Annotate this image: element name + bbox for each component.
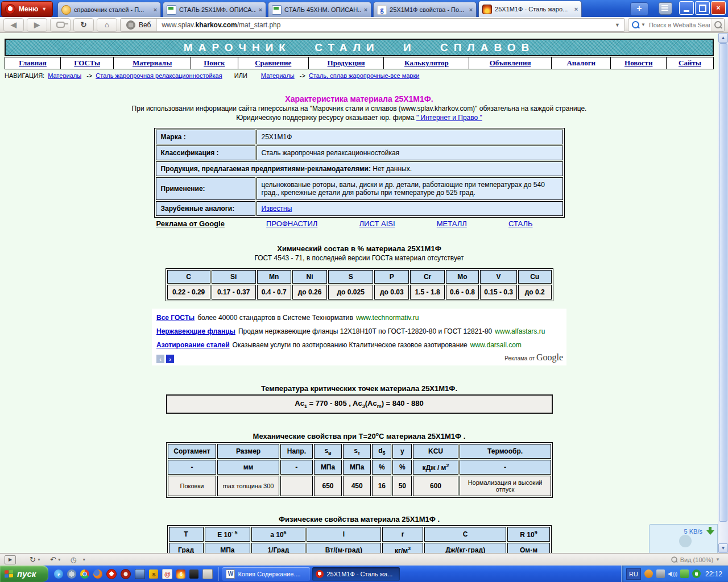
nav-item-новости[interactable]: Новости [611, 57, 667, 69]
mech-table-cell: Поковки [168, 476, 217, 496]
closed-tabs-trash-button[interactable] [659, 2, 672, 15]
search-go-button[interactable] [711, 19, 724, 31]
minimize-button[interactable] [679, 1, 694, 15]
network-icon[interactable] [656, 569, 665, 578]
breadcrumb-link-category[interactable]: Сталь жаропрочная релаксационностойкая [96, 72, 222, 79]
ad-link[interactable]: МЕТАЛЛ [437, 219, 467, 228]
volume-icon[interactable]: ))) [668, 569, 677, 578]
turbo-button[interactable]: ◷▼ [71, 556, 86, 564]
tab-close-icon[interactable]: × [364, 6, 367, 13]
nav-item-сайты[interactable]: Сайты [667, 57, 713, 69]
download-arrow-icon[interactable] [706, 527, 714, 536]
new-tab-button[interactable]: + [630, 2, 648, 16]
ad-link[interactable]: СТАЛЬ [508, 219, 533, 228]
reload-button[interactable]: ↻ [73, 18, 94, 32]
nav-item-калькулятор[interactable]: Калькулятор [384, 57, 469, 69]
tab-close-icon[interactable]: × [154, 6, 157, 13]
media-icon[interactable] [121, 569, 131, 579]
legal-link[interactable]: " Интернет и Право " [416, 114, 482, 122]
browser-tab[interactable]: справочник сталей - П...× [57, 2, 161, 17]
browser-tab[interactable]: СТАЛЬ 25Х1МФ. ОПИСА...× [163, 2, 266, 17]
unite-button[interactable]: ↶▼ [50, 555, 61, 564]
nav-item-главная[interactable]: Главная [5, 57, 61, 69]
nav-item-сравнение[interactable]: Сравнение [238, 57, 309, 69]
browser-tab[interactable]: g25Х1М1Ф свойства - По...× [373, 2, 477, 17]
ad-link[interactable]: Реклама от Google [156, 219, 225, 228]
firefox-icon[interactable] [93, 569, 102, 579]
info-table-cell[interactable]: Известны [257, 201, 563, 216]
ad-link[interactable]: ЛИСТ AISI [359, 219, 395, 228]
phys-table-cell: T [169, 527, 204, 542]
key-button[interactable] [50, 18, 71, 32]
phys-table-cell: l [307, 527, 381, 542]
nav-item-поиск[interactable]: Поиск [191, 57, 238, 69]
google-ad-link[interactable]: Азотирование сталей [156, 341, 230, 349]
browser-tab[interactable]: СТАЛЬ 45ХНМ. ОПИСАН...× [268, 2, 371, 17]
chrome-icon[interactable] [80, 569, 89, 579]
nav-item-объявления[interactable]: Объявления [469, 57, 552, 69]
nav-item-продукция[interactable]: Продукция [309, 57, 384, 69]
taskbar-button[interactable]: 25Х1М1Ф - Сталь жа... [312, 567, 400, 581]
browser-tab[interactable]: 25Х1М1Ф - Сталь жаро...× [478, 1, 582, 17]
scrollbar-thumb[interactable] [719, 43, 727, 522]
player-icon[interactable] [189, 569, 198, 579]
scroll-up-button[interactable]: ▲ [718, 33, 728, 43]
archive-icon[interactable] [202, 569, 213, 579]
search-input[interactable] [648, 21, 711, 29]
globe2-icon[interactable] [67, 569, 76, 579]
back-button[interactable]: ◀ [3, 18, 24, 32]
winamp-icon[interactable]: s [149, 569, 158, 579]
browser-viewport: МАРОЧНИК СТАЛИ И СПЛАВОВ ГлавнаяГОСТыМат… [0, 33, 728, 553]
vertical-scrollbar[interactable]: ▲ ▼ [718, 33, 728, 553]
tab-close-icon[interactable]: × [574, 6, 578, 13]
panel-toggle-button[interactable]: ▶ [5, 555, 16, 564]
home-button[interactable]: ⌂ [97, 18, 117, 32]
mechanical-properties-table: СортаментРазмерНапр.sвsтd5yKCUТермообр.-… [166, 442, 553, 498]
address-text[interactable]: www.splav.kharkov.com/mat_start.php [157, 21, 610, 29]
chem-table-cell: 0.15 - 0.3 [480, 285, 517, 300]
breadcrumb-link-all-grades[interactable]: Сталь, сплав жаропрочные-все марки [309, 72, 419, 79]
google-ad-link[interactable]: Нержавеющие фланцы [156, 327, 235, 335]
tab-close-icon[interactable]: × [469, 6, 473, 13]
ads-next-button[interactable]: › [166, 355, 174, 363]
address-bar[interactable]: Веб www.splav.kharkov.com/mat_start.php … [120, 18, 625, 32]
web-dropdown-button[interactable]: Веб [121, 19, 157, 31]
opera-qicon[interactable] [106, 569, 117, 579]
chem-table-cell: до 0.2 [518, 285, 552, 300]
nav-item-госты[interactable]: ГОСТы [61, 57, 114, 69]
download-speed-text: 5 KB/s [684, 528, 702, 535]
chem-table-cell: V [480, 270, 517, 284]
key-icon [56, 22, 65, 28]
taskbar-button[interactable]: WКопия Содержание.... [222, 567, 310, 581]
display-icon[interactable] [135, 569, 145, 579]
ads-prev-button[interactable]: ‹ [156, 355, 164, 363]
nav-item-материалы[interactable]: Материалы [114, 57, 191, 69]
tab-close-icon[interactable]: × [259, 6, 262, 13]
address-dropdown-icon[interactable]: ▼ [610, 22, 624, 28]
foreign-analogs-link[interactable]: Известны [262, 205, 292, 213]
search-bar[interactable]: ▼ [628, 18, 725, 32]
breadcrumb-link-materials-2[interactable]: Материалы [261, 72, 295, 79]
scroll-down-button[interactable]: ▼ [718, 543, 728, 553]
google-ad-link[interactable]: Все ГОСТы [156, 314, 195, 322]
restore-button[interactable] [695, 1, 710, 15]
mail-icon[interactable]: @ [162, 569, 172, 579]
breadcrumb-link-materials[interactable]: Материалы [48, 72, 81, 79]
phys-table-cell: Град [169, 543, 204, 553]
utorrent-icon[interactable]: u [692, 569, 701, 578]
qip-icon[interactable] [644, 569, 653, 578]
mech-table-cell: sт [343, 444, 371, 459]
ad-link[interactable]: ПРОФНАСТИЛ [266, 219, 317, 228]
ie-icon[interactable]: e [54, 569, 63, 579]
language-indicator[interactable]: RU [626, 568, 641, 580]
forward-button[interactable]: ▶ [27, 18, 47, 32]
nav-item-аналоги[interactable]: Аналоги [552, 57, 611, 69]
flame6-icon[interactable]: 6 [176, 569, 185, 579]
sync-button[interactable]: ↻▼ [30, 555, 41, 564]
update-icon[interactable] [680, 569, 689, 578]
search-engine-dropdown[interactable]: ▼ [628, 21, 648, 28]
opera-menu-button[interactable]: Меню ▼ [1, 1, 53, 17]
start-button[interactable]: пуск [0, 566, 48, 582]
close-button[interactable]: × [711, 1, 726, 15]
zoom-control[interactable]: Вид (100%) ▼ [671, 556, 728, 563]
